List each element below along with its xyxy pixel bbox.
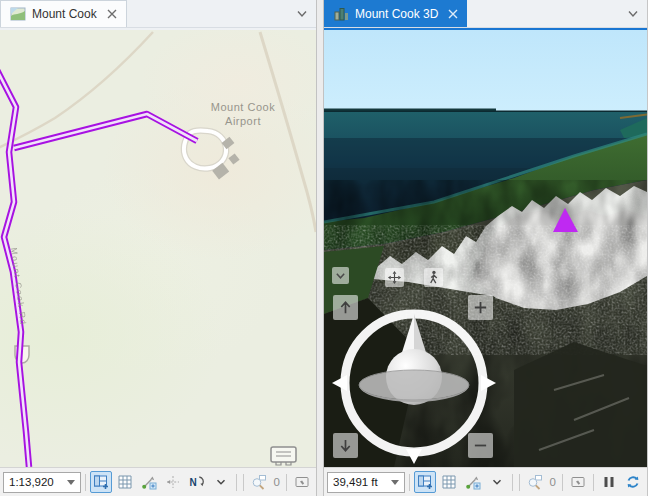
zoom-to-selection-icon	[251, 474, 267, 490]
map-scale-combobox[interactable]: 1:13,920	[3, 472, 81, 493]
measure-button[interactable]	[138, 471, 160, 493]
map-canvas-3d[interactable]	[324, 30, 647, 467]
pane-layout-icon	[93, 474, 109, 490]
tab-list-chevron-icon[interactable]	[627, 10, 639, 18]
chevron-down-icon	[335, 272, 346, 280]
map-pane-3d: Mount Cook 3D	[324, 0, 648, 496]
right-status-bar: 39,491 ft	[324, 467, 647, 496]
tab-mount-cook[interactable]: Mount Cook	[0, 0, 127, 27]
snap-crosshair-icon	[165, 474, 181, 490]
more-tools-button[interactable]	[210, 471, 232, 493]
airport-label-line1: Mount Cook	[211, 101, 275, 113]
select-box-icon	[294, 474, 310, 490]
right-tab-bar: Mount Cook 3D	[324, 0, 647, 28]
minor-roads	[0, 32, 316, 232]
pan-icon	[387, 270, 402, 285]
more-tools-button[interactable]	[486, 471, 508, 493]
separator	[593, 474, 594, 491]
pause-icon	[601, 474, 617, 490]
tab-list-chevron-icon[interactable]	[296, 10, 308, 18]
pane-layout-button[interactable]	[414, 471, 436, 493]
sky	[324, 30, 647, 112]
chevron-down-icon	[490, 475, 504, 489]
separator	[286, 474, 287, 491]
navigator-globe-ring[interactable]	[359, 370, 469, 400]
elevation-combobox[interactable]: 39,491 ft	[327, 472, 405, 493]
close-icon[interactable]	[107, 9, 117, 19]
separator	[236, 474, 237, 491]
collapse-navigator-button[interactable]	[332, 267, 349, 284]
close-icon[interactable]	[448, 9, 458, 19]
select-box-icon	[570, 474, 586, 490]
measure-icon	[465, 474, 481, 490]
map-pane-2d: Mount Cook	[0, 0, 316, 496]
refresh-icon	[625, 474, 641, 490]
north-arrow-button[interactable]: N	[186, 471, 208, 493]
scene-3d-icon	[333, 6, 349, 22]
tab-mount-cook-3d[interactable]: Mount Cook 3D	[324, 0, 467, 27]
tab-label: Mount Cook	[32, 7, 97, 21]
measure-icon	[141, 474, 157, 490]
map-overlay-drawer-icon[interactable]	[271, 447, 296, 465]
grid-button[interactable]	[114, 471, 136, 493]
pane-layout-icon	[417, 474, 433, 490]
map-canvas-2d[interactable]: Mount Cook Airport Mount Cook Rd	[0, 30, 316, 467]
elevation-value: 39,491 ft	[333, 476, 378, 488]
arcgis-dual-view: Mount Cook	[0, 0, 648, 496]
walk-icon	[427, 270, 440, 285]
refresh-button[interactable]	[622, 471, 644, 493]
walk-mode-button[interactable]	[424, 268, 443, 287]
selection-count: 0	[548, 476, 558, 488]
compass-navigator[interactable]	[332, 288, 498, 466]
separator	[409, 474, 410, 491]
tab-label: Mount Cook 3D	[355, 7, 438, 21]
separator	[512, 474, 513, 491]
north-letter: N	[189, 477, 196, 488]
zoom-to-selection-button[interactable]	[524, 471, 546, 493]
select-box-button[interactable]	[567, 471, 589, 493]
north-arrow-icon: N	[189, 474, 205, 490]
map-2d-icon	[10, 6, 26, 22]
measure-button[interactable]	[462, 471, 484, 493]
grid-button[interactable]	[438, 471, 460, 493]
separator	[519, 474, 520, 491]
separator	[243, 474, 244, 491]
selection-count: 0	[272, 476, 282, 488]
chevron-down-icon[interactable]	[67, 480, 75, 485]
zoom-to-selection-button[interactable]	[248, 471, 270, 493]
selected-road	[0, 70, 197, 467]
pan-mode-button[interactable]	[385, 268, 404, 287]
separator	[85, 474, 86, 491]
pause-drawing-button[interactable]	[598, 471, 620, 493]
chevron-down-icon[interactable]	[391, 480, 399, 485]
chevron-down-icon	[214, 475, 228, 489]
airport-label-line2: Airport	[225, 115, 261, 127]
select-box-button[interactable]	[291, 471, 313, 493]
grid-icon	[117, 474, 133, 490]
snap-crosshair-button[interactable]	[162, 471, 184, 493]
map-2d-graphics: Mount Cook Airport Mount Cook Rd	[0, 30, 316, 467]
separator	[562, 474, 563, 491]
left-tab-bar: Mount Cook	[0, 0, 316, 28]
map-scale-value: 1:13,920	[9, 476, 54, 488]
pane-layout-button[interactable]	[90, 471, 112, 493]
airport-label: Mount Cook Airport	[211, 101, 275, 127]
left-status-bar: 1:13,920	[0, 467, 316, 496]
grid-icon	[441, 474, 457, 490]
zoom-to-selection-icon	[527, 474, 543, 490]
pane-divider[interactable]	[316, 0, 324, 496]
